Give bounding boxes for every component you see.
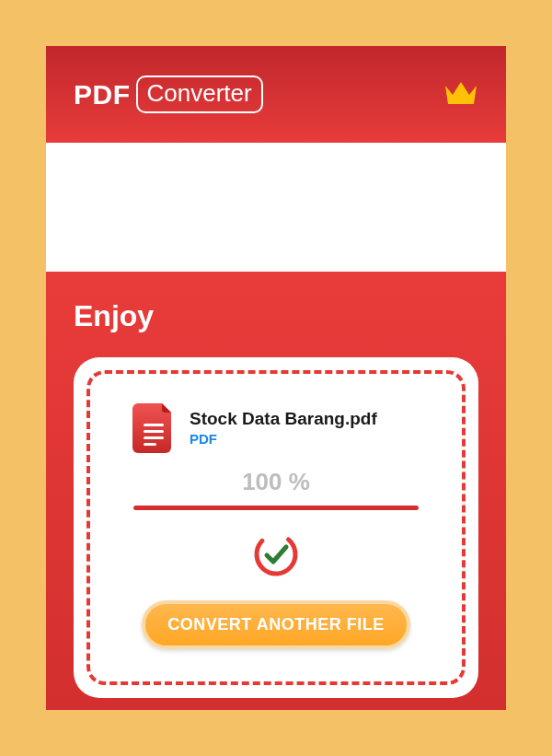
file-info-row[interactable]: Stock Data Barang.pdf PDF — [132, 401, 377, 453]
progress-bar — [133, 506, 419, 510]
svg-rect-0 — [144, 424, 164, 426]
logo-text-converter: Converter — [147, 79, 252, 107]
logo-text-pdf: PDF — [74, 79, 131, 110]
svg-rect-1 — [144, 430, 164, 433]
app-header: PDF Converter — [46, 46, 506, 143]
app-container: PDF Converter Enjoy — [46, 46, 506, 710]
progress-percent: 100 % — [242, 468, 310, 496]
convert-another-button[interactable]: CONVERT ANOTHER FILE — [142, 600, 409, 649]
svg-rect-3 — [144, 443, 156, 446]
document-icon — [132, 401, 175, 453]
checkmark-icon — [252, 530, 300, 582]
result-card: Stock Data Barang.pdf PDF 100 % CONVERT … — [74, 357, 478, 698]
logo-converter-box: Converter — [136, 76, 263, 113]
svg-point-4 — [252, 530, 300, 578]
file-type-label: PDF — [190, 431, 377, 447]
app-logo: PDF Converter — [74, 76, 263, 113]
file-name: Stock Data Barang.pdf — [190, 409, 377, 429]
card-content: Stock Data Barang.pdf PDF 100 % CONVERT … — [94, 378, 458, 678]
page-heading: Enjoy — [74, 299, 478, 333]
svg-rect-2 — [144, 436, 164, 439]
crown-icon[interactable] — [443, 78, 478, 110]
banner-area — [46, 143, 506, 272]
file-meta: Stock Data Barang.pdf PDF — [190, 409, 377, 447]
main-content: Enjoy — [46, 272, 506, 710]
